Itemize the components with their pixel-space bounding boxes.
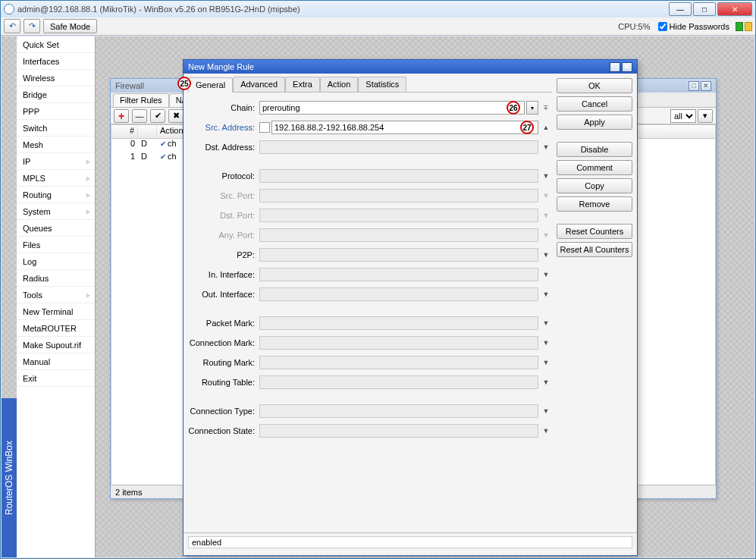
p2p-label: P2P: xyxy=(188,250,259,259)
tab-filter-rules[interactable]: Filter Rules xyxy=(113,93,169,107)
menu-item-radius[interactable]: Radius xyxy=(17,270,95,287)
menu-item-interfaces[interactable]: Interfaces xyxy=(17,53,95,70)
dst-address-input[interactable] xyxy=(259,140,538,154)
menu-item-ppp[interactable]: PPP xyxy=(17,103,95,120)
menu-item-queues[interactable]: Queues xyxy=(17,220,95,237)
protocol-label: Protocol: xyxy=(188,171,259,181)
protocol-input[interactable] xyxy=(259,169,538,183)
firewall-close-button[interactable]: ✕ xyxy=(701,81,711,91)
connection-type-expand-icon[interactable]: ▼ xyxy=(540,404,552,418)
connection-state-input[interactable] xyxy=(259,424,538,438)
packet-mark-input[interactable] xyxy=(259,316,538,330)
tab-advanced[interactable]: Advanced xyxy=(233,77,285,92)
firewall-min-button[interactable]: □ xyxy=(689,81,699,91)
menu-item-log[interactable]: Log xyxy=(17,253,95,270)
menu-item-ip[interactable]: IP▹ xyxy=(17,153,95,170)
disable-button[interactable]: ✖ xyxy=(168,109,184,123)
mangle-status-bar: enabled xyxy=(184,532,637,552)
dst-address-label: Dst. Address: xyxy=(188,143,259,152)
menu-item-files[interactable]: Files xyxy=(17,237,95,253)
safe-mode-button[interactable]: Safe Mode xyxy=(43,19,97,33)
routing-table-input[interactable] xyxy=(259,375,538,389)
tab-statistics[interactable]: Statistics xyxy=(358,77,406,92)
menu-item-make-supout-rif[interactable]: Make Supout.rif xyxy=(17,337,95,353)
dst-port-expand-icon: ▼ xyxy=(540,209,552,222)
menu-item-quick-set[interactable]: Quick Set xyxy=(17,36,95,53)
protocol-expand-icon[interactable]: ▼ xyxy=(540,169,552,183)
menu-item-metarouter[interactable]: MetaROUTER xyxy=(17,320,95,337)
comment-button[interactable]: Comment xyxy=(557,160,632,175)
hide-passwords-check[interactable]: Hide Passwords xyxy=(658,22,729,31)
apply-button[interactable]: Apply xyxy=(557,115,632,130)
chain-dropdown-button[interactable]: ▾ xyxy=(526,101,538,115)
mangle-titlebar[interactable]: New Mangle Rule □ ✕ xyxy=(184,60,637,74)
menu-item-tools[interactable]: Tools▹ xyxy=(17,287,95,303)
menu-item-mpls[interactable]: MPLS▹ xyxy=(17,170,95,187)
connection-state-label: Connection State: xyxy=(188,426,259,435)
hide-passwords-checkbox[interactable] xyxy=(658,22,667,31)
close-button[interactable]: ✕ xyxy=(717,2,752,16)
src-address-label[interactable]: Src. Address: xyxy=(188,123,259,132)
menu-item-mesh[interactable]: Mesh xyxy=(17,137,95,153)
routing-table-expand-icon[interactable]: ▼ xyxy=(540,375,552,389)
undo-button[interactable]: ↶ xyxy=(4,19,20,33)
minimize-button[interactable]: — xyxy=(669,2,692,16)
menu-item-new-terminal[interactable]: New Terminal xyxy=(17,303,95,320)
mangle-status-text: enabled xyxy=(188,536,632,548)
tab-extra[interactable]: Extra xyxy=(285,77,320,92)
mangle-close-button[interactable]: ✕ xyxy=(622,62,632,72)
enable-button[interactable]: ✔ xyxy=(150,109,165,123)
annotation-26: 26 xyxy=(507,101,520,115)
copy-button[interactable]: Copy xyxy=(557,178,632,193)
routing-mark-expand-icon[interactable]: ▼ xyxy=(540,356,552,369)
out-interface-input[interactable] xyxy=(259,287,538,301)
mangle-min-button[interactable]: □ xyxy=(610,62,620,72)
menu-item-system[interactable]: System▹ xyxy=(17,203,95,220)
remove-button[interactable]: — xyxy=(132,109,147,123)
mangle-tabs: General Advanced Extra Action Statistics xyxy=(188,77,552,93)
remove-button[interactable]: Remove xyxy=(557,196,632,212)
brand-label: RouterOS WinBox xyxy=(2,398,17,557)
reset-counters-button[interactable]: Reset Counters xyxy=(557,224,632,239)
in-interface-input[interactable] xyxy=(259,268,538,281)
routing-mark-label: Routing Mark: xyxy=(188,358,259,367)
chain-label: Chain: xyxy=(188,103,259,112)
maximize-button[interactable]: □ xyxy=(693,2,716,16)
add-button[interactable]: + xyxy=(114,109,129,123)
src-address-invert-check[interactable] xyxy=(259,122,270,133)
menu-item-bridge[interactable]: Bridge xyxy=(17,86,95,103)
firewall-title: Firewall xyxy=(115,81,144,90)
connection-state-expand-icon[interactable]: ▼ xyxy=(540,424,552,438)
tab-general[interactable]: General xyxy=(188,77,233,93)
mangle-form: Chain: 26 ▾ ∓ Src. Address: xyxy=(188,96,552,440)
p2p-input[interactable] xyxy=(259,248,538,262)
ok-button[interactable]: OK xyxy=(557,78,632,93)
tab-action[interactable]: Action xyxy=(320,77,359,92)
out-interface-expand-icon[interactable]: ▼ xyxy=(540,287,552,301)
dst-address-expand-icon[interactable]: ▼ xyxy=(540,140,552,154)
p2p-expand-icon[interactable]: ▼ xyxy=(540,248,552,262)
filter-select[interactable]: all xyxy=(670,109,696,123)
src-address-input[interactable] xyxy=(271,121,538,134)
src-address-collapse-icon[interactable]: ▲ xyxy=(540,121,552,134)
menu-item-routing[interactable]: Routing▹ xyxy=(17,187,95,203)
out-interface-label: Out. Interface: xyxy=(188,290,259,299)
reset-all-counters-button[interactable]: Reset All Counters xyxy=(557,242,632,257)
menu-item-manual[interactable]: Manual xyxy=(17,353,95,370)
menu-item-wireless[interactable]: Wireless xyxy=(17,70,95,86)
in-interface-label: In. Interface: xyxy=(188,270,259,279)
in-interface-expand-icon[interactable]: ▼ xyxy=(540,268,552,281)
chain-input[interactable] xyxy=(259,101,525,115)
chain-dropdown-icon[interactable]: ∓ xyxy=(540,101,552,115)
disable-button[interactable]: Disable xyxy=(557,142,632,157)
menu-item-switch[interactable]: Switch xyxy=(17,120,95,137)
filter-dropdown-button[interactable]: ▾ xyxy=(698,109,713,123)
connection-mark-expand-icon[interactable]: ▼ xyxy=(540,336,552,350)
redo-button[interactable]: ↷ xyxy=(24,19,40,33)
cancel-button[interactable]: Cancel xyxy=(557,96,632,111)
connection-mark-input[interactable] xyxy=(259,336,538,350)
connection-type-input[interactable] xyxy=(259,404,538,418)
menu-item-exit[interactable]: Exit xyxy=(17,370,95,387)
routing-mark-input[interactable] xyxy=(259,356,538,369)
packet-mark-expand-icon[interactable]: ▼ xyxy=(540,316,552,330)
